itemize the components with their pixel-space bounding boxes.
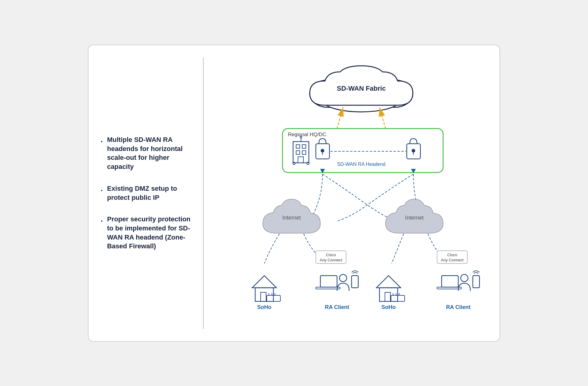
svg-marker-48 — [376, 276, 401, 288]
svg-point-57 — [461, 274, 468, 282]
svg-rect-58 — [473, 276, 479, 288]
cisco-anyconnect-label-1: Cisco — [326, 253, 336, 257]
main-slide: · Multiple SD-WAN RA headends for horizo… — [88, 45, 500, 342]
bullet-list: · Multiple SD-WAN RA headends for horizo… — [101, 135, 194, 251]
soho-label-2: SoHo — [382, 304, 396, 310]
svg-rect-38 — [255, 288, 273, 301]
svg-marker-37 — [252, 276, 276, 288]
svg-rect-47 — [352, 276, 358, 288]
svg-rect-56 — [437, 287, 461, 289]
svg-point-28 — [412, 149, 415, 153]
bullet-item-2: · Existing DMZ setup to protect public I… — [101, 184, 194, 202]
svg-point-46 — [339, 274, 347, 282]
bullet-dot-1: · — [101, 136, 103, 147]
bullet-item-3: · Proper security protection to be imple… — [101, 215, 194, 251]
svg-rect-50 — [385, 292, 390, 301]
right-panel: SD-WAN Fabric Regional HQ/DC — [204, 57, 500, 329]
internet-label-1: Internet — [282, 215, 301, 221]
internet-label-2: Internet — [405, 215, 423, 221]
svg-point-25 — [321, 149, 324, 153]
svg-text:Any Connect: Any Connect — [320, 258, 342, 262]
svg-rect-55 — [442, 276, 458, 287]
left-panel: · Multiple SD-WAN RA headends for horizo… — [101, 57, 204, 329]
bullet-dot-3: · — [101, 216, 103, 227]
bullet-dot-2: · — [101, 185, 103, 196]
svg-rect-49 — [379, 288, 398, 301]
svg-rect-44 — [320, 276, 337, 287]
sdwan-fabric-label: SD-WAN Fabric — [337, 85, 386, 92]
cisco-anyconnect-label-2: Cisco — [447, 253, 457, 257]
svg-text:Any Connect: Any Connect — [441, 258, 464, 262]
regional-hq-label: Regional HQ/DC — [288, 132, 326, 137]
ra-headend-label: SD-WAN RA Headend — [337, 162, 385, 167]
ra-client-label-2: RA Client — [446, 304, 470, 310]
svg-rect-45 — [316, 287, 340, 289]
bullet-item-1: · Multiple SD-WAN RA headends for horizo… — [101, 135, 194, 171]
ra-client-label-1: RA Client — [325, 304, 349, 310]
diagram-svg: SD-WAN Fabric Regional HQ/DC — [216, 57, 500, 324]
soho-label-1: SoHo — [257, 304, 272, 310]
svg-rect-39 — [261, 292, 266, 301]
